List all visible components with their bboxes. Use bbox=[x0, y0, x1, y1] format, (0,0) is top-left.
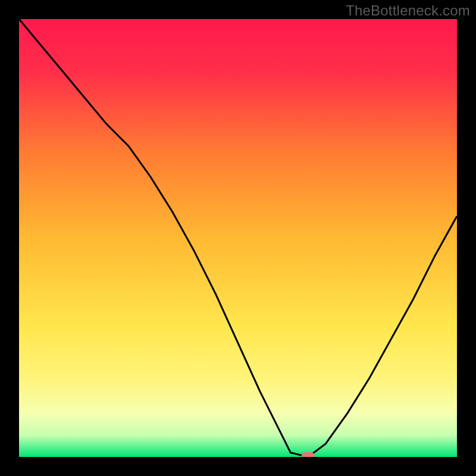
chart-frame: TheBottleneck.com bbox=[0, 0, 476, 476]
chart-background bbox=[19, 19, 457, 457]
optimal-marker bbox=[302, 452, 315, 457]
watermark-label: TheBottleneck.com bbox=[346, 2, 470, 19]
chart-plot-area bbox=[19, 19, 457, 457]
chart-svg bbox=[19, 19, 457, 457]
